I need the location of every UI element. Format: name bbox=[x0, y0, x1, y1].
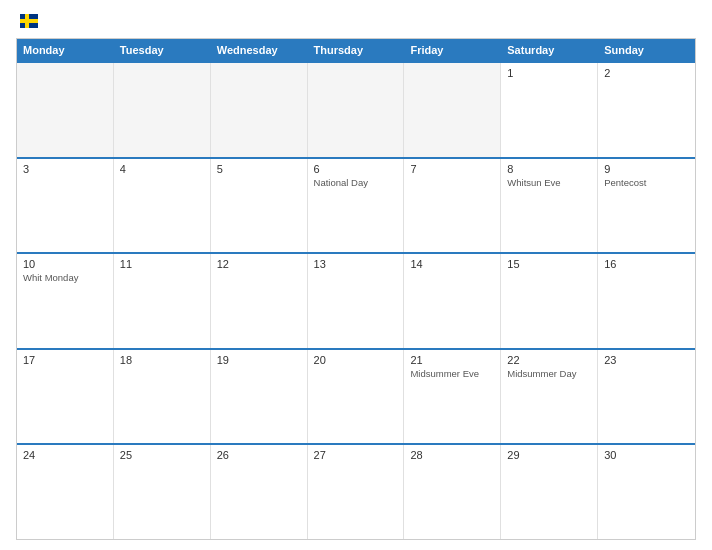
day-cell bbox=[114, 63, 211, 157]
day-cell: 26 bbox=[211, 445, 308, 539]
day-cell: 15 bbox=[501, 254, 598, 348]
day-cell: 27 bbox=[308, 445, 405, 539]
week-row-4: 1718192021Midsummer Eve22Midsummer Day23 bbox=[17, 348, 695, 444]
day-cell: 14 bbox=[404, 254, 501, 348]
day-number: 1 bbox=[507, 67, 591, 79]
day-cell bbox=[211, 63, 308, 157]
day-cell: 16 bbox=[598, 254, 695, 348]
day-number: 23 bbox=[604, 354, 689, 366]
day-number: 13 bbox=[314, 258, 398, 270]
day-number: 4 bbox=[120, 163, 204, 175]
week-row-2: 3456National Day78Whitsun Eve9Pentecost bbox=[17, 157, 695, 253]
holiday-label: Midsummer Eve bbox=[410, 368, 494, 380]
weeks-container: 123456National Day78Whitsun Eve9Pentecos… bbox=[17, 61, 695, 539]
day-number: 25 bbox=[120, 449, 204, 461]
day-cell: 9Pentecost bbox=[598, 159, 695, 253]
day-header-saturday: Saturday bbox=[501, 39, 598, 61]
day-header-monday: Monday bbox=[17, 39, 114, 61]
day-cell: 11 bbox=[114, 254, 211, 348]
day-cell: 4 bbox=[114, 159, 211, 253]
day-cell bbox=[17, 63, 114, 157]
day-number: 12 bbox=[217, 258, 301, 270]
day-number: 30 bbox=[604, 449, 689, 461]
day-cell: 12 bbox=[211, 254, 308, 348]
day-cell: 19 bbox=[211, 350, 308, 444]
day-cell bbox=[308, 63, 405, 157]
day-cell: 21Midsummer Eve bbox=[404, 350, 501, 444]
day-cell: 18 bbox=[114, 350, 211, 444]
day-cell: 20 bbox=[308, 350, 405, 444]
day-cell: 24 bbox=[17, 445, 114, 539]
day-cell: 2 bbox=[598, 63, 695, 157]
logo-flag-icon bbox=[20, 14, 38, 28]
svg-rect-2 bbox=[25, 14, 29, 28]
holiday-label: Whit Monday bbox=[23, 272, 107, 284]
day-cell: 29 bbox=[501, 445, 598, 539]
day-cell: 10Whit Monday bbox=[17, 254, 114, 348]
day-number: 18 bbox=[120, 354, 204, 366]
day-header-tuesday: Tuesday bbox=[114, 39, 211, 61]
day-number: 2 bbox=[604, 67, 689, 79]
day-headers-row: MondayTuesdayWednesdayThursdayFridaySatu… bbox=[17, 39, 695, 61]
day-number: 24 bbox=[23, 449, 107, 461]
day-number: 21 bbox=[410, 354, 494, 366]
day-number: 7 bbox=[410, 163, 494, 175]
header bbox=[16, 14, 696, 28]
calendar-page: MondayTuesdayWednesdayThursdayFridaySatu… bbox=[0, 0, 712, 550]
day-cell: 8Whitsun Eve bbox=[501, 159, 598, 253]
calendar-grid: MondayTuesdayWednesdayThursdayFridaySatu… bbox=[16, 38, 696, 540]
day-cell: 30 bbox=[598, 445, 695, 539]
day-number: 20 bbox=[314, 354, 398, 366]
day-cell: 17 bbox=[17, 350, 114, 444]
day-number: 8 bbox=[507, 163, 591, 175]
week-row-3: 10Whit Monday111213141516 bbox=[17, 252, 695, 348]
day-number: 22 bbox=[507, 354, 591, 366]
logo bbox=[16, 14, 40, 28]
day-header-wednesday: Wednesday bbox=[211, 39, 308, 61]
day-cell: 3 bbox=[17, 159, 114, 253]
day-cell: 13 bbox=[308, 254, 405, 348]
day-header-sunday: Sunday bbox=[598, 39, 695, 61]
holiday-label: Whitsun Eve bbox=[507, 177, 591, 189]
week-row-1: 12 bbox=[17, 61, 695, 157]
day-number: 6 bbox=[314, 163, 398, 175]
day-cell: 23 bbox=[598, 350, 695, 444]
day-cell: 6National Day bbox=[308, 159, 405, 253]
day-header-thursday: Thursday bbox=[308, 39, 405, 61]
day-cell bbox=[404, 63, 501, 157]
day-number: 9 bbox=[604, 163, 689, 175]
day-number: 16 bbox=[604, 258, 689, 270]
day-number: 5 bbox=[217, 163, 301, 175]
holiday-label: National Day bbox=[314, 177, 398, 189]
day-number: 14 bbox=[410, 258, 494, 270]
day-number: 27 bbox=[314, 449, 398, 461]
day-number: 26 bbox=[217, 449, 301, 461]
holiday-label: Pentecost bbox=[604, 177, 689, 189]
day-number: 15 bbox=[507, 258, 591, 270]
day-number: 11 bbox=[120, 258, 204, 270]
day-cell: 22Midsummer Day bbox=[501, 350, 598, 444]
day-header-friday: Friday bbox=[404, 39, 501, 61]
day-number: 17 bbox=[23, 354, 107, 366]
day-number: 29 bbox=[507, 449, 591, 461]
day-cell: 5 bbox=[211, 159, 308, 253]
day-number: 19 bbox=[217, 354, 301, 366]
day-number: 28 bbox=[410, 449, 494, 461]
day-cell: 1 bbox=[501, 63, 598, 157]
day-number: 3 bbox=[23, 163, 107, 175]
day-number: 10 bbox=[23, 258, 107, 270]
day-cell: 25 bbox=[114, 445, 211, 539]
day-cell: 7 bbox=[404, 159, 501, 253]
holiday-label: Midsummer Day bbox=[507, 368, 591, 380]
week-row-5: 24252627282930 bbox=[17, 443, 695, 539]
day-cell: 28 bbox=[404, 445, 501, 539]
